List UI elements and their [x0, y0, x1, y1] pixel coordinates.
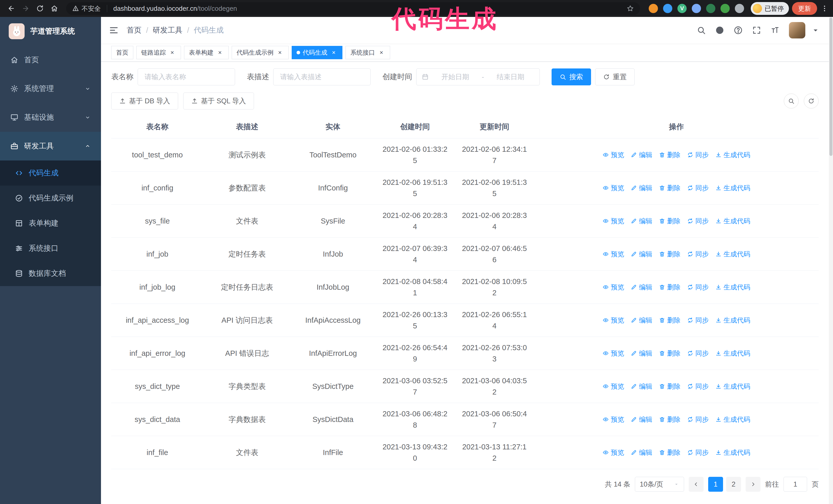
paw-extension-icon[interactable] — [735, 4, 744, 13]
bookmark-star-icon[interactable] — [627, 5, 634, 12]
leaf-extension-icon[interactable] — [720, 4, 730, 13]
sidebar-item-system-api[interactable]: 系统接口 — [0, 236, 101, 261]
row-action-sync[interactable]: 同步 — [687, 149, 709, 161]
caret-down-icon[interactable] — [811, 26, 820, 35]
row-action-eye[interactable]: 预览 — [602, 381, 624, 392]
security-chip[interactable]: 不安全 — [72, 4, 101, 13]
address-bar[interactable]: 不安全 dashboard.yudao.iocoder.cn/tool/code… — [66, 2, 640, 15]
tab-1[interactable]: 链路追踪× — [136, 46, 181, 59]
github-icon[interactable] — [715, 26, 724, 35]
row-action-download[interactable]: 生成代码 — [715, 182, 750, 194]
row-action-edit[interactable]: 编辑 — [631, 315, 652, 326]
row-action-sync[interactable]: 同步 — [687, 447, 709, 458]
hamburger-icon[interactable] — [101, 25, 127, 35]
tab-5[interactable]: 系统接口× — [346, 46, 390, 59]
browser-update-button[interactable]: 更新 — [792, 2, 817, 15]
breadcrumb-item[interactable]: 研发工具 — [153, 25, 183, 35]
profile-chip[interactable]: 已暂停 — [751, 2, 789, 15]
sidebar-item-home[interactable]: 首页 — [0, 46, 101, 74]
close-icon[interactable]: × — [330, 49, 337, 56]
app-logo[interactable]: 芋道管理系统 — [0, 17, 101, 46]
chart-extension-icon[interactable] — [706, 4, 715, 13]
row-action-trash[interactable]: 删除 — [659, 347, 681, 359]
people-extension-icon[interactable] — [692, 4, 701, 13]
row-action-download[interactable]: 生成代码 — [715, 248, 750, 260]
row-action-edit[interactable]: 编辑 — [631, 347, 652, 359]
prev-page-button[interactable] — [689, 477, 704, 492]
page-button-2[interactable]: 2 — [726, 477, 741, 492]
row-action-sync[interactable]: 同步 — [687, 215, 709, 226]
row-action-edit[interactable]: 编辑 — [631, 282, 652, 293]
fullscreen-icon[interactable] — [752, 26, 761, 35]
font-size-icon[interactable] — [770, 26, 780, 35]
browser-reload-button[interactable] — [33, 2, 47, 15]
sidebar-item-system-mgmt[interactable]: 系统管理 — [0, 74, 101, 103]
row-action-trash[interactable]: 删除 — [659, 182, 681, 194]
help-icon[interactable] — [734, 26, 743, 35]
sidebar-item-db-doc[interactable]: 数据库文档 — [0, 261, 101, 286]
close-icon[interactable]: × — [276, 49, 284, 56]
row-action-download[interactable]: 生成代码 — [715, 447, 750, 458]
next-page-button[interactable] — [745, 477, 760, 492]
browser-menu-icon[interactable] — [821, 5, 828, 12]
row-action-trash[interactable]: 删除 — [659, 149, 681, 161]
row-action-edit[interactable]: 编辑 — [631, 149, 652, 161]
browser-forward-button[interactable] — [19, 2, 32, 15]
toggle-search-button[interactable] — [784, 94, 799, 109]
sidebar-item-form-builder[interactable]: 表单构建 — [0, 211, 101, 236]
row-action-eye[interactable]: 预览 — [602, 182, 624, 194]
row-action-download[interactable]: 生成代码 — [715, 315, 750, 326]
sidebar-item-codegen[interactable]: 代码生成 — [0, 161, 101, 186]
sidebar-item-codegen-example[interactable]: 代码生成示例 — [0, 186, 101, 211]
date-range-picker[interactable]: 开始日期 - 结束日期 — [416, 68, 540, 86]
table-name-input[interactable] — [138, 68, 235, 86]
table-desc-input[interactable] — [273, 68, 371, 86]
import-db-button[interactable]: 基于 DB 导入 — [111, 93, 178, 110]
tab-3[interactable]: 代码生成示例× — [232, 46, 289, 59]
row-action-sync[interactable]: 同步 — [687, 315, 709, 326]
row-action-download[interactable]: 生成代码 — [715, 414, 750, 425]
row-action-eye[interactable]: 预览 — [602, 282, 624, 293]
drop-extension-icon[interactable] — [663, 4, 672, 13]
row-action-trash[interactable]: 删除 — [659, 282, 681, 293]
row-action-sync[interactable]: 同步 — [687, 248, 709, 260]
row-action-edit[interactable]: 编辑 — [631, 447, 652, 458]
breadcrumb-item[interactable]: 首页 — [127, 25, 142, 35]
row-action-trash[interactable]: 删除 — [659, 447, 681, 458]
duck-extension-icon[interactable] — [649, 4, 658, 13]
row-action-download[interactable]: 生成代码 — [715, 282, 750, 293]
row-action-eye[interactable]: 预览 — [602, 315, 624, 326]
search-icon[interactable] — [697, 26, 706, 35]
browser-home-button[interactable] — [48, 2, 61, 15]
row-action-sync[interactable]: 同步 — [687, 282, 709, 293]
row-action-sync[interactable]: 同步 — [687, 347, 709, 359]
browser-back-button[interactable] — [5, 2, 18, 15]
page-scrollbar[interactable] — [829, 17, 833, 504]
tab-2[interactable]: 表单构建× — [184, 46, 229, 59]
row-action-sync[interactable]: 同步 — [687, 414, 709, 425]
row-action-trash[interactable]: 删除 — [659, 215, 681, 226]
row-action-download[interactable]: 生成代码 — [715, 149, 750, 161]
row-action-trash[interactable]: 删除 — [659, 248, 681, 260]
refresh-table-button[interactable] — [804, 94, 819, 109]
import-sql-button[interactable]: 基于 SQL 导入 — [183, 93, 254, 110]
vue-devtools-icon[interactable]: V — [677, 4, 687, 13]
close-icon[interactable]: × — [378, 49, 385, 56]
row-action-eye[interactable]: 预览 — [602, 215, 624, 226]
tab-4[interactable]: 代码生成× — [292, 46, 342, 59]
tab-0[interactable]: 首页 — [111, 46, 133, 59]
row-action-sync[interactable]: 同步 — [687, 182, 709, 194]
row-action-download[interactable]: 生成代码 — [715, 381, 750, 392]
row-action-trash[interactable]: 删除 — [659, 315, 681, 326]
row-action-download[interactable]: 生成代码 — [715, 347, 750, 359]
row-action-edit[interactable]: 编辑 — [631, 182, 652, 194]
row-action-trash[interactable]: 删除 — [659, 381, 681, 392]
row-action-eye[interactable]: 预览 — [602, 347, 624, 359]
reset-button[interactable]: 重置 — [595, 68, 635, 86]
row-action-edit[interactable]: 编辑 — [631, 381, 652, 392]
sidebar-item-dev-tools[interactable]: 研发工具 — [0, 132, 101, 161]
row-action-trash[interactable]: 删除 — [659, 414, 681, 425]
row-action-download[interactable]: 生成代码 — [715, 215, 750, 226]
scrollbar-thumb[interactable] — [829, 18, 832, 156]
row-action-eye[interactable]: 预览 — [602, 248, 624, 260]
